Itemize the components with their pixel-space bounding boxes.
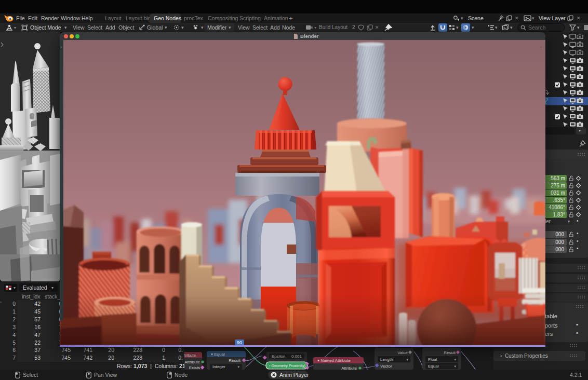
svg-text:‹: ‹	[540, 45, 542, 50]
svg-text:0.001: 0.001	[291, 354, 302, 359]
svg-text:Integer: Integer	[212, 364, 225, 369]
svg-text:Float: Float	[428, 357, 438, 362]
svg-text:Exists: Exists	[189, 365, 200, 370]
svg-text:tribute: tribute	[184, 353, 196, 358]
svg-text:Attribute: Attribute	[184, 360, 200, 364]
svg-text:▾: ▾	[454, 364, 456, 368]
svg-text:Equal: Equal	[428, 364, 439, 369]
svg-text:▾ Named Attribute: ▾ Named Attribute	[317, 358, 351, 363]
svg-text:Length: Length	[380, 357, 393, 362]
svg-text:› Geometry Proximity): › Geometry Proximity)	[269, 363, 305, 368]
svg-text:Result: Result	[229, 358, 240, 363]
svg-text:90: 90	[237, 340, 242, 345]
svg-text:Vector: Vector	[380, 364, 392, 369]
svg-text:Result: Result	[444, 350, 456, 355]
svg-text:▾: ▾	[406, 358, 408, 361]
svg-text:▾: ▾	[237, 365, 239, 369]
svg-text:▾ Equal: ▾ Equal	[211, 352, 225, 357]
svg-text:Epsilon: Epsilon	[272, 354, 285, 359]
svg-text:›: ›	[60, 45, 62, 50]
svg-text:Attribute: Attribute	[341, 366, 357, 370]
svg-text:Value: Value	[397, 350, 408, 355]
svg-text:▾: ▾	[454, 358, 456, 361]
